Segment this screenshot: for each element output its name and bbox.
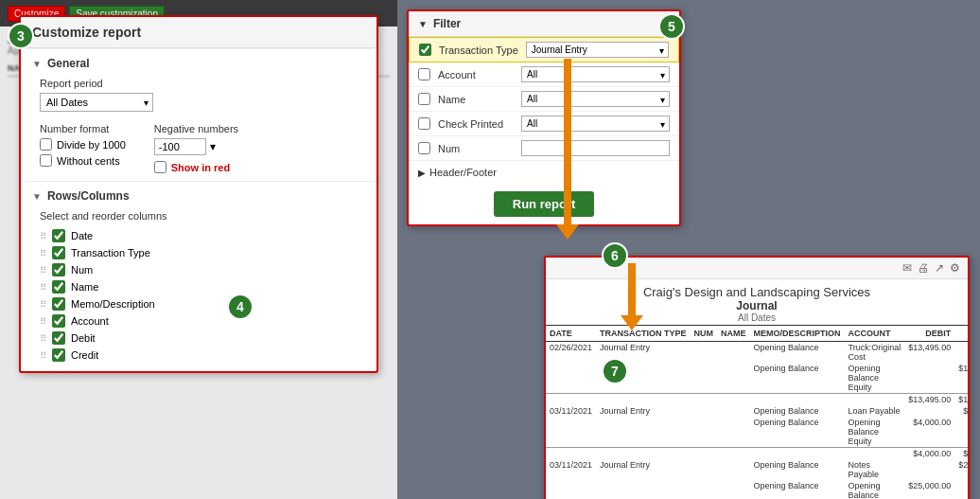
show-in-red-row: Show in red bbox=[154, 161, 238, 173]
drag-handle-credit[interactable]: ⠿ bbox=[40, 350, 46, 361]
export-icon[interactable]: ↗ bbox=[935, 261, 944, 275]
cell-date: 03/11/2021 bbox=[546, 405, 596, 448]
checkbox-account[interactable] bbox=[52, 314, 65, 328]
step-badge-3: 3 bbox=[8, 23, 34, 49]
number-format-options: Number format Divide by 1000 Without cen… bbox=[40, 123, 126, 170]
company-name: Craig's Design and Landscaping Services bbox=[546, 285, 968, 299]
cell-debit: $4,000.00 bbox=[904, 417, 954, 448]
checkbox-name[interactable] bbox=[52, 280, 65, 294]
filter-row-num: Num bbox=[409, 136, 679, 161]
filter-num-checkbox[interactable] bbox=[418, 142, 430, 154]
col-memo: MEMO/DESCRIPTION bbox=[750, 326, 845, 342]
cell-memo: Opening Balance bbox=[750, 480, 845, 499]
report-name: Journal bbox=[546, 299, 968, 312]
filter-checkprinted-checkbox[interactable] bbox=[418, 117, 430, 130]
drag-handle-debit[interactable]: ⠿ bbox=[40, 333, 46, 344]
customize-panel-title: Customize report bbox=[21, 17, 376, 48]
column-name: ⠿ Name bbox=[40, 278, 358, 295]
negative-numbers-input[interactable] bbox=[154, 138, 206, 155]
cell-credit bbox=[954, 417, 970, 448]
cell-credit bbox=[954, 480, 970, 499]
filter-num-name: Num bbox=[438, 143, 514, 154]
filter-txntype-name: Transaction Type bbox=[439, 45, 518, 56]
show-in-red-checkbox[interactable] bbox=[154, 161, 166, 173]
filter-txntype-checkbox[interactable] bbox=[419, 44, 431, 56]
header-footer-row: ▶ Header/Footer bbox=[409, 161, 679, 184]
cell-memo: Opening Balance bbox=[750, 342, 845, 364]
negative-numbers-group: Negative numbers ▾ Show in red bbox=[154, 123, 238, 173]
col-account: ACCOUNT bbox=[845, 326, 905, 342]
table-row: 03/11/2021 Journal Entry Opening Balance… bbox=[546, 405, 970, 417]
col-debit: DEBIT bbox=[904, 326, 954, 342]
general-arrow-icon: ▼ bbox=[32, 59, 42, 69]
col-date: DATE bbox=[546, 326, 596, 342]
arrow-to-journal bbox=[621, 263, 643, 330]
filter-checkprinted-select[interactable]: All bbox=[521, 116, 670, 132]
columns-list: Select and reorder columns ⠿ Date ⠿ Tran… bbox=[21, 206, 376, 371]
drag-handle-memo[interactable]: ⠿ bbox=[40, 299, 46, 310]
drag-handle-num[interactable]: ⠿ bbox=[40, 265, 46, 276]
filter-account-checkbox[interactable] bbox=[418, 68, 430, 80]
checkbox-txntype[interactable] bbox=[52, 246, 65, 259]
drag-handle-txntype[interactable]: ⠿ bbox=[40, 248, 46, 258]
without-cents-label: Without cents bbox=[57, 155, 120, 167]
column-memo: ⠿ Memo/Description bbox=[40, 295, 358, 312]
filter-name-checkbox[interactable] bbox=[418, 93, 430, 105]
filter-row-name: Name All bbox=[409, 87, 679, 112]
filter-account-name: Account bbox=[438, 69, 514, 80]
reorder-label: Select and reorder columns bbox=[40, 210, 358, 222]
print-icon[interactable]: 🖨 bbox=[918, 261, 929, 275]
cell-debit bbox=[904, 459, 954, 480]
filter-num-input[interactable] bbox=[521, 140, 670, 156]
drag-handle-name[interactable]: ⠿ bbox=[40, 282, 46, 293]
cell-account: Opening Balance Equity bbox=[845, 363, 905, 394]
filter-row-account: Account All bbox=[409, 62, 679, 87]
checkbox-memo[interactable] bbox=[52, 297, 65, 311]
column-account: ⠿ Account bbox=[40, 312, 358, 330]
cell-account: Notes Payable bbox=[845, 459, 905, 480]
cell-credit: $4,000.00 bbox=[954, 405, 970, 417]
cell-debit: $25,000.00 bbox=[904, 480, 954, 499]
checkbox-debit[interactable] bbox=[52, 331, 65, 345]
cell-account: Opening Balance Equity bbox=[845, 480, 905, 499]
email-icon[interactable]: ✉ bbox=[902, 261, 912, 275]
step-badge-4: 4 bbox=[227, 294, 254, 320]
cell-memo: Opening Balance bbox=[750, 459, 845, 480]
cell-account: Truck:Original Cost bbox=[845, 342, 905, 364]
step-badge-6: 6 bbox=[602, 242, 628, 269]
cell-num bbox=[691, 459, 718, 499]
rows-columns-arrow-icon: ▼ bbox=[32, 191, 42, 202]
cell-debit bbox=[904, 363, 954, 394]
checkbox-num[interactable] bbox=[52, 263, 65, 276]
cell-credit: $25,000.00 bbox=[954, 459, 970, 480]
negative-numbers-label: Negative numbers bbox=[154, 123, 238, 134]
cell-memo: Opening Balance bbox=[750, 417, 845, 448]
report-title-area: Craig's Design and Landscaping Services … bbox=[546, 279, 968, 325]
col-num: NUM bbox=[691, 326, 718, 342]
cell-num bbox=[691, 342, 718, 394]
cell-memo: Opening Balance bbox=[750, 405, 845, 417]
filter-header: ▼ Filter bbox=[409, 11, 679, 37]
column-date: ⠿ Date bbox=[40, 227, 358, 244]
drag-handle-date[interactable]: ⠿ bbox=[40, 231, 46, 241]
cell-name bbox=[717, 405, 750, 448]
checkbox-credit[interactable] bbox=[52, 348, 65, 362]
run-report-button[interactable]: Run report bbox=[494, 191, 594, 217]
step-badge-5: 5 bbox=[658, 13, 685, 40]
divide-by-1000-checkbox[interactable] bbox=[40, 138, 52, 151]
table-row: 03/11/2021 Journal Entry Opening Balance… bbox=[546, 459, 970, 480]
settings-icon[interactable]: ⚙ bbox=[950, 261, 960, 275]
cell-credit: $13,495.00 bbox=[954, 363, 970, 394]
drag-handle-account[interactable]: ⠿ bbox=[40, 316, 46, 327]
without-cents-checkbox[interactable] bbox=[40, 154, 52, 167]
checkbox-date[interactable] bbox=[52, 229, 65, 242]
filter-arrow-icon: ▼ bbox=[418, 19, 428, 29]
filter-txntype-select[interactable]: Journal Entry bbox=[526, 42, 669, 58]
report-period-select[interactable]: All Dates bbox=[40, 93, 153, 112]
filter-name-select[interactable]: All bbox=[521, 91, 670, 107]
rows-columns-section: ▼ Rows/Columns bbox=[21, 181, 376, 206]
filter-account-select[interactable]: All bbox=[521, 66, 670, 82]
cell-debit: $13,495.00 bbox=[904, 342, 954, 364]
cell-account: Loan Payable bbox=[845, 405, 905, 417]
report-table: DATE TRANSACTION TYPE NUM NAME MEMO/DESC… bbox=[546, 325, 970, 499]
